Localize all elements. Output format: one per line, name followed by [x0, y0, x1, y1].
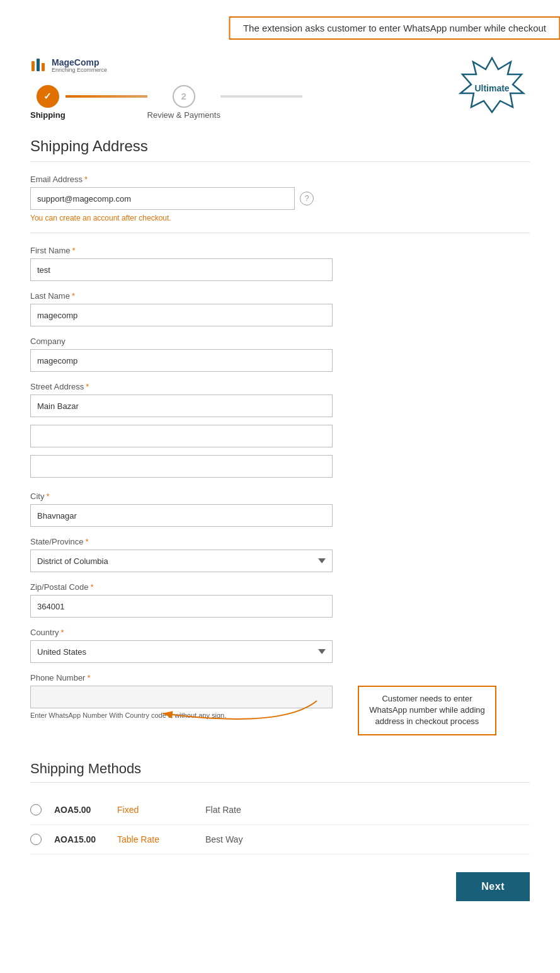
company-group: Company: [30, 337, 530, 372]
shipping-methods-section: Shipping Methods AOA5.00 Fixed Flat Rate…: [30, 761, 530, 855]
divider-methods: [30, 782, 530, 783]
street-group: Street Address*: [30, 382, 530, 481]
ultimate-text: Ultimate: [474, 83, 509, 93]
logo-brand: MageComp: [52, 58, 107, 67]
shipping-radio-1[interactable]: [30, 804, 42, 815]
step-1: ✓ Shipping: [30, 85, 66, 120]
city-input[interactable]: [30, 504, 333, 527]
step-1-label: Shipping: [30, 110, 66, 120]
svg-rect-1: [37, 59, 40, 71]
annotation-box: Customer needs to enter WhatsApp number …: [358, 686, 496, 735]
street-input-2[interactable]: [30, 425, 333, 447]
state-group: State/Province* District of Columbia Cal…: [30, 537, 530, 572]
shipping-method-row-2: AOA15.00 Table Rate Best Way: [30, 825, 530, 855]
divider-1: [30, 161, 530, 162]
zip-group: Zip/Postal Code*: [30, 582, 530, 618]
first-name-input[interactable]: [30, 258, 333, 281]
email-group: Email Address* ? You can create an accou…: [30, 175, 530, 222]
phone-label: Phone Number*: [30, 673, 530, 682]
logo: MageComp Enriching Ecommerce: [30, 57, 302, 75]
city-group: City*: [30, 492, 530, 527]
annotation-text: Customer needs to enter WhatsApp number …: [369, 694, 485, 726]
step-1-symbol: ✓: [43, 91, 52, 102]
shipping-type-1: Fixed: [117, 805, 193, 815]
country-group: Country* United States United Kingdom Ca…: [30, 628, 530, 663]
logo-icon: [30, 57, 48, 75]
country-label: Country*: [30, 628, 530, 637]
street-label: Street Address*: [30, 382, 530, 391]
svg-rect-0: [31, 61, 35, 71]
phone-hint: Enter WhatsApp Number With Country code …: [30, 711, 333, 719]
step-2: 2 Review & Payments: [147, 85, 220, 120]
shipping-price-2: AOA15.00: [54, 834, 105, 844]
shipping-type-2: Table Rate: [117, 834, 193, 844]
help-icon[interactable]: ?: [300, 192, 314, 205]
email-required: *: [84, 175, 88, 184]
step-line-1: [66, 95, 147, 98]
stepper: ✓ Shipping 2 Review & Payments: [30, 85, 302, 120]
shipping-name-1: Flat Rate: [205, 805, 241, 815]
street-input-3[interactable]: [30, 455, 333, 478]
city-label: City*: [30, 492, 530, 501]
ultimate-badge: Ultimate: [454, 54, 530, 123]
shipping-price-1: AOA5.00: [54, 805, 105, 815]
shipping-methods-title: Shipping Methods: [30, 761, 530, 777]
email-input[interactable]: [30, 187, 295, 210]
step-1-circle: ✓: [37, 85, 59, 108]
email-label: Email Address*: [30, 175, 530, 184]
step-2-label: Review & Payments: [147, 110, 220, 120]
top-banner-text: The extension asks customer to enter Wha…: [243, 23, 546, 33]
step-2-circle: 2: [173, 85, 195, 108]
country-select[interactable]: United States United Kingdom Canada: [30, 640, 333, 663]
first-name-group: First Name*: [30, 246, 530, 281]
step-2-number: 2: [181, 91, 186, 101]
zip-label: Zip/Postal Code*: [30, 582, 530, 592]
next-btn-wrapper: Next: [30, 872, 530, 901]
company-label: Company: [30, 337, 530, 346]
state-label: State/Province*: [30, 537, 530, 546]
svg-rect-2: [42, 63, 45, 71]
divider-2: [30, 233, 530, 233]
last-name-label: Last Name*: [30, 291, 530, 301]
last-name-input[interactable]: [30, 304, 333, 326]
phone-input[interactable]: [30, 686, 333, 708]
street-input-1[interactable]: [30, 394, 333, 417]
state-select[interactable]: District of Columbia California New York: [30, 550, 333, 572]
shipping-address-title: Shipping Address: [30, 137, 530, 155]
next-button[interactable]: Next: [456, 872, 530, 901]
company-input[interactable]: [30, 349, 333, 372]
shipping-radio-2[interactable]: [30, 834, 42, 845]
last-name-group: Last Name*: [30, 291, 530, 326]
phone-group: Phone Number* Enter WhatsApp Number With…: [30, 673, 530, 735]
top-banner: The extension asks customer to enter Wha…: [229, 16, 560, 40]
first-name-label: First Name*: [30, 246, 530, 255]
account-note: You can create an account after checkout…: [30, 214, 530, 222]
shipping-method-row-1: AOA5.00 Fixed Flat Rate: [30, 795, 530, 825]
shipping-name-2: Best Way: [205, 834, 243, 844]
zip-input[interactable]: [30, 595, 333, 618]
step-line-2: [220, 95, 302, 98]
logo-tagline: Enriching Ecommerce: [52, 67, 107, 74]
